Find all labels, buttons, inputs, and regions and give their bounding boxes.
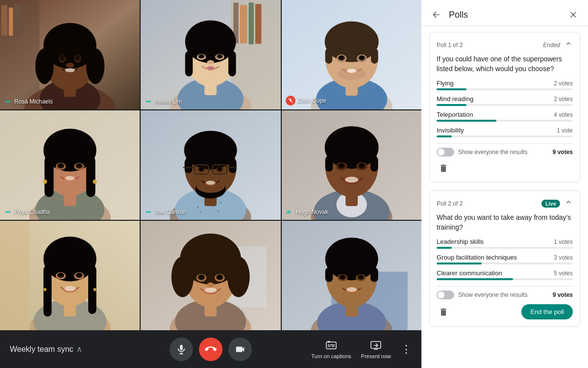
end-call-button[interactable]	[199, 338, 222, 361]
svg-rect-53	[325, 49, 332, 64]
poll-1-option-3-votes: 4 votes	[554, 111, 573, 118]
svg-point-82	[77, 164, 81, 167]
participant-name-1: Rosa Michaels	[14, 98, 53, 105]
svg-point-20	[5, 101, 7, 103]
poll-2-number: Poll 2 of 2	[437, 200, 463, 207]
svg-rect-135	[287, 211, 288, 214]
poll-1-option-3-bar-bg	[437, 120, 573, 122]
poll-2-option-1-bar	[437, 247, 452, 249]
svg-rect-101	[229, 159, 237, 173]
poll-1-delete-button[interactable]	[437, 161, 450, 175]
participant-label-2: Alexis Lim	[145, 98, 182, 105]
participant-label-4: Priya Chadha	[4, 208, 50, 216]
mic-icon-2	[145, 98, 152, 105]
present-button[interactable]: Present now	[361, 340, 391, 359]
video-cell-7	[0, 221, 140, 330]
poll-card-2: Poll 2 of 2 Live What do you want to tak…	[429, 190, 580, 327]
poll-1-header-row: Poll 1 of 2 Ended	[437, 39, 573, 51]
meeting-title-area[interactable]: Weekly team sync ∧	[10, 344, 82, 354]
svg-rect-3	[1, 5, 7, 35]
poll-2-option-2-label: Group facilitation techniques	[437, 254, 517, 261]
poll-1-show-results-label: Show everyone the results	[458, 149, 527, 156]
video-cell-5: Joe Carlson	[141, 110, 280, 220]
poll-1-option-1-bar-bg	[437, 88, 573, 90]
participant-name-3: Zack Cope	[298, 97, 326, 104]
svg-point-115	[148, 211, 150, 213]
svg-point-175	[207, 283, 215, 288]
poll-1-collapse-button[interactable]	[564, 39, 573, 51]
participant-label-1: Rosa Michaels	[4, 98, 53, 105]
svg-rect-205	[327, 341, 330, 342]
svg-point-194	[351, 295, 352, 297]
svg-point-153	[58, 273, 63, 277]
poll-2-option-3-bar	[437, 278, 513, 280]
poll-2-delete-button[interactable]	[437, 305, 450, 319]
meeting-title: Weekly team sync	[10, 345, 74, 354]
svg-point-44	[148, 101, 150, 103]
polls-back-button[interactable]	[429, 8, 443, 22]
svg-rect-26	[249, 2, 254, 44]
mic-toggle-button[interactable]	[170, 338, 193, 361]
poll-1-option-2: Mind reading 2 votes	[437, 95, 573, 106]
svg-point-112	[218, 167, 222, 171]
svg-point-117	[149, 211, 151, 213]
poll-1-question: If you could have one of the superpowers…	[437, 54, 573, 74]
svg-rect-139	[0, 221, 29, 330]
svg-rect-196	[180, 344, 183, 350]
svg-point-193	[343, 294, 344, 295]
svg-point-134	[345, 177, 358, 183]
poll-1-status: Ended	[543, 42, 560, 49]
svg-rect-137	[290, 211, 291, 214]
svg-point-45	[146, 101, 148, 103]
poll-2-header-row: Poll 2 of 2 Live	[437, 198, 573, 209]
svg-point-10	[35, 49, 53, 84]
poll-1-option-1-label: Flying	[437, 79, 454, 87]
poll-2-collapse-button[interactable]	[564, 198, 573, 209]
svg-rect-202	[330, 344, 335, 345]
svg-point-116	[146, 211, 148, 213]
svg-point-156	[64, 286, 75, 291]
svg-rect-74	[86, 156, 96, 197]
poll-1-option-1: Flying 2 votes	[437, 79, 573, 90]
svg-point-40	[218, 54, 222, 57]
svg-point-76	[93, 180, 97, 184]
svg-point-75	[43, 180, 47, 184]
poll-2-option-3: Clearer communication 5 votes	[437, 269, 573, 280]
svg-rect-199	[326, 342, 336, 349]
svg-point-86	[5, 211, 7, 213]
svg-rect-184	[370, 268, 378, 282]
mic-muted-icon-3	[286, 96, 295, 105]
svg-point-94	[220, 202, 222, 204]
svg-rect-73	[45, 156, 54, 197]
poll-1-toggle[interactable]	[437, 148, 454, 157]
camera-toggle-button[interactable]	[228, 338, 252, 361]
video-cell-8	[141, 221, 280, 330]
svg-point-18	[65, 68, 75, 72]
poll-1-footer	[437, 161, 573, 175]
svg-point-111	[199, 167, 204, 171]
svg-rect-200	[328, 344, 330, 345]
svg-point-63	[347, 69, 356, 73]
svg-rect-17	[64, 84, 76, 97]
svg-point-46	[149, 101, 151, 103]
svg-point-172	[218, 275, 222, 279]
poll-2-question: What do you want to take away from today…	[437, 213, 573, 232]
poll-2-toggle-row: Show everyone the results	[437, 290, 527, 299]
video-cell-3: Zack Cope	[282, 0, 421, 109]
poll-1-option-4-votes: 1 vote	[557, 127, 573, 134]
poll-1-option-1-bar	[437, 88, 466, 90]
polls-content: Poll 1 of 2 Ended If you could have one …	[421, 26, 588, 368]
more-options-button[interactable]: ⋮	[401, 343, 412, 356]
svg-rect-54	[371, 49, 378, 64]
polls-title: Polls	[449, 10, 561, 20]
svg-point-165	[227, 257, 250, 297]
participant-name-5: Joe Carlson	[155, 209, 186, 215]
video-cell-4: Priya Chadha	[0, 110, 140, 220]
polls-close-button[interactable]	[566, 8, 580, 22]
video-cell-1: Rosa Michaels	[0, 0, 140, 109]
poll-1-option-3-label: Teleportation	[437, 111, 473, 118]
mic-icon-5	[145, 208, 152, 216]
captions-button[interactable]: Turn on captions	[311, 340, 351, 359]
poll-2-toggle[interactable]	[437, 290, 454, 299]
end-poll-button[interactable]: End the poll	[521, 304, 573, 319]
